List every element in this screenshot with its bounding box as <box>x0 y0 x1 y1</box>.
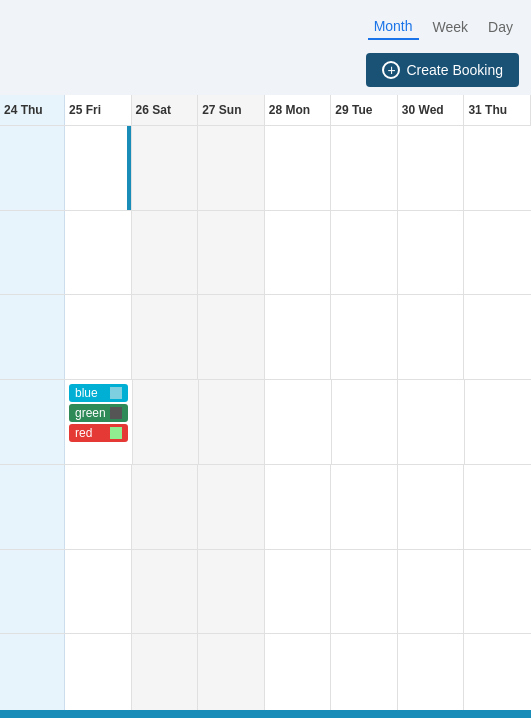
cell-r7-fri[interactable] <box>65 634 132 718</box>
cell-r2-tue[interactable] <box>331 211 398 295</box>
event-blue-label: blue <box>75 386 98 400</box>
cell-r4-sun[interactable] <box>199 380 265 464</box>
cell-r5-sun[interactable] <box>198 465 265 549</box>
cell-r7-mon[interactable] <box>265 634 332 718</box>
calendar-row-4: blue green red <box>0 380 531 465</box>
cell-r6-mon[interactable] <box>265 550 332 634</box>
bottom-bar <box>0 710 531 718</box>
cell-r6-sun[interactable] <box>198 550 265 634</box>
event-red-label: red <box>75 426 92 440</box>
tab-day[interactable]: Day <box>482 15 519 39</box>
action-bar: + Create Booking <box>0 45 531 95</box>
cell-r1-fri[interactable] <box>65 126 132 210</box>
calendar-row-1 <box>0 126 531 211</box>
cell-r3-end[interactable] <box>464 295 531 379</box>
cell-r5-tue[interactable] <box>331 465 398 549</box>
event-red[interactable]: red <box>69 424 128 442</box>
cell-r1-wed[interactable] <box>398 126 465 210</box>
cell-r7-tue[interactable] <box>331 634 398 718</box>
cell-r3-fri[interactable] <box>65 295 132 379</box>
plus-circle-icon: + <box>382 61 400 79</box>
cell-r5-end[interactable] <box>464 465 531 549</box>
tab-week[interactable]: Week <box>427 15 475 39</box>
cell-r4-sat[interactable] <box>133 380 199 464</box>
cell-r2-mon[interactable] <box>265 211 332 295</box>
header-26sat: 26 Sat <box>132 95 199 125</box>
calendar-body: blue green red <box>0 126 531 718</box>
calendar-row-3 <box>0 295 531 380</box>
cell-r6-fri[interactable] <box>65 550 132 634</box>
cell-r4-wed[interactable] <box>398 380 464 464</box>
cell-r3-wed[interactable] <box>398 295 465 379</box>
event-blue-color-box <box>110 387 122 399</box>
calendar-container: 24 Thu 25 Fri 26 Sat 27 Sun 28 Mon 29 Tu… <box>0 95 531 718</box>
cell-r3-mon[interactable] <box>265 295 332 379</box>
calendar-row-6 <box>0 550 531 635</box>
calendar-row-5 <box>0 465 531 550</box>
create-booking-label: Create Booking <box>406 62 503 78</box>
header-27sun: 27 Sun <box>198 95 265 125</box>
cell-r3-tue[interactable] <box>331 295 398 379</box>
event-green-color-box <box>110 407 122 419</box>
cell-r1-thu <box>0 126 65 210</box>
today-bar <box>127 126 131 210</box>
cell-r6-end[interactable] <box>464 550 531 634</box>
cell-r7-end[interactable] <box>464 634 531 718</box>
cell-r2-sat[interactable] <box>132 211 199 295</box>
header-25fri: 25 Fri <box>65 95 132 125</box>
header-31thu: 31 Thu <box>464 95 531 125</box>
cell-r6-wed[interactable] <box>398 550 465 634</box>
tab-month[interactable]: Month <box>368 14 419 40</box>
cell-r4-thu <box>0 380 65 464</box>
cell-r4-fri[interactable]: blue green red <box>65 380 133 464</box>
cell-r5-wed[interactable] <box>398 465 465 549</box>
header-29tue: 29 Tue <box>331 95 398 125</box>
event-green-label: green <box>75 406 106 420</box>
calendar-row-2 <box>0 211 531 296</box>
cell-r2-end[interactable] <box>464 211 531 295</box>
cell-r6-sat[interactable] <box>132 550 199 634</box>
cell-r1-mon[interactable] <box>265 126 332 210</box>
cell-r2-fri[interactable] <box>65 211 132 295</box>
view-tabs: Month Week Day <box>368 14 519 40</box>
top-bar: Month Week Day <box>0 0 531 45</box>
cell-r2-thu <box>0 211 65 295</box>
header-30wed: 30 Wed <box>398 95 465 125</box>
cell-r4-end[interactable] <box>465 380 531 464</box>
header-24thu: 24 Thu <box>0 95 65 125</box>
cell-r1-end[interactable] <box>464 126 531 210</box>
cell-r3-sun[interactable] <box>198 295 265 379</box>
calendar-row-7 <box>0 634 531 718</box>
cell-r7-wed[interactable] <box>398 634 465 718</box>
event-green[interactable]: green <box>69 404 128 422</box>
cell-r5-mon[interactable] <box>265 465 332 549</box>
cell-r6-tue[interactable] <box>331 550 398 634</box>
cell-r1-tue[interactable] <box>331 126 398 210</box>
cell-r5-sat[interactable] <box>132 465 199 549</box>
cell-r1-sun[interactable] <box>198 126 265 210</box>
cell-r5-thu <box>0 465 65 549</box>
cell-r3-sat[interactable] <box>132 295 199 379</box>
create-booking-button[interactable]: + Create Booking <box>366 53 519 87</box>
event-red-color-box <box>110 427 122 439</box>
cell-r7-thu <box>0 634 65 718</box>
cell-r2-wed[interactable] <box>398 211 465 295</box>
cell-r7-sat[interactable] <box>132 634 199 718</box>
cell-r2-sun[interactable] <box>198 211 265 295</box>
cell-r1-sat[interactable] <box>132 126 199 210</box>
cell-r3-thu <box>0 295 65 379</box>
event-blue[interactable]: blue <box>69 384 128 402</box>
cell-r5-fri[interactable] <box>65 465 132 549</box>
cell-r4-tue[interactable] <box>332 380 398 464</box>
header-28mon: 28 Mon <box>265 95 332 125</box>
calendar-header: 24 Thu 25 Fri 26 Sat 27 Sun 28 Mon 29 Tu… <box>0 95 531 126</box>
cell-r6-thu <box>0 550 65 634</box>
cell-r7-sun[interactable] <box>198 634 265 718</box>
cell-r4-mon[interactable] <box>265 380 331 464</box>
